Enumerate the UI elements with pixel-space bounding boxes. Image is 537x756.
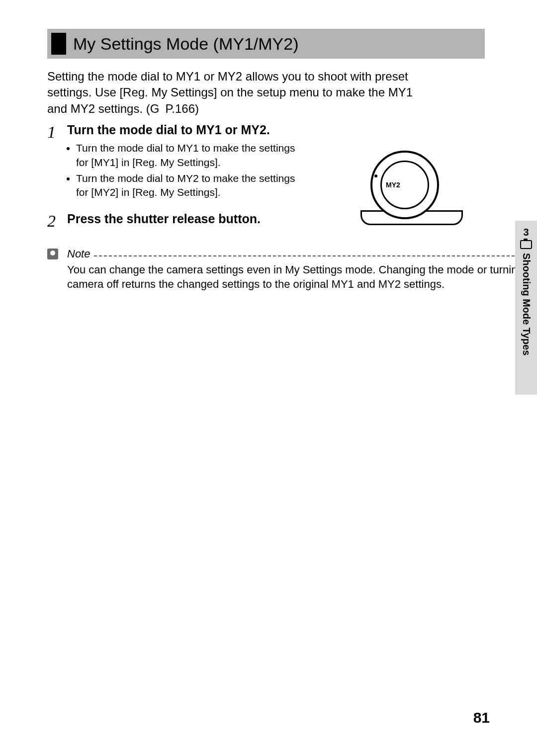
manual-page: My Settings Mode (MY1/MY2) Setting the m… bbox=[0, 0, 537, 756]
side-tab-number: 3 bbox=[523, 227, 529, 238]
dial-indicator-dot bbox=[374, 174, 377, 177]
step-bullets: Turn the mode dial to MY1 to make the se… bbox=[76, 141, 305, 199]
note-section: Note You can change the camera settings … bbox=[47, 248, 515, 292]
mode-dial-illustration: MY2 bbox=[360, 151, 460, 225]
dial-selected-label: MY2 bbox=[386, 181, 400, 189]
step-number: 1 bbox=[47, 123, 67, 141]
side-tab-label: Shooting Mode Types bbox=[521, 253, 532, 355]
bullet-item: Turn the mode dial to MY2 to make the se… bbox=[76, 171, 305, 200]
intro-paragraph: Setting the mode dial to MY1 or MY2 allo… bbox=[47, 69, 435, 117]
dial-inner-ring: MY2 bbox=[380, 161, 429, 209]
note-icon-wrap bbox=[47, 249, 67, 259]
camera-icon bbox=[520, 240, 532, 249]
bullet-item: Turn the mode dial to MY1 to make the se… bbox=[76, 141, 305, 169]
heading-marker bbox=[51, 33, 66, 55]
section-title: My Settings Mode (MY1/MY2) bbox=[73, 34, 298, 54]
note-label: Note bbox=[67, 248, 90, 260]
note-body: You can change the camera settings even … bbox=[67, 262, 537, 292]
step-number: 2 bbox=[47, 212, 67, 230]
page-content: My Settings Mode (MY1/MY2) Setting the m… bbox=[47, 29, 485, 292]
note-icon bbox=[47, 249, 58, 259]
step-heading: Turn the mode dial to MY1 or MY2. bbox=[67, 123, 485, 137]
note-dashed-rule bbox=[94, 255, 515, 256]
note-header: Note bbox=[47, 248, 515, 260]
page-number: 81 bbox=[473, 709, 490, 726]
dial-outer-ring: MY2 bbox=[370, 151, 439, 219]
section-heading-bar: My Settings Mode (MY1/MY2) bbox=[47, 29, 485, 59]
side-chapter-tab: 3 Shooting Mode Types bbox=[515, 221, 537, 395]
